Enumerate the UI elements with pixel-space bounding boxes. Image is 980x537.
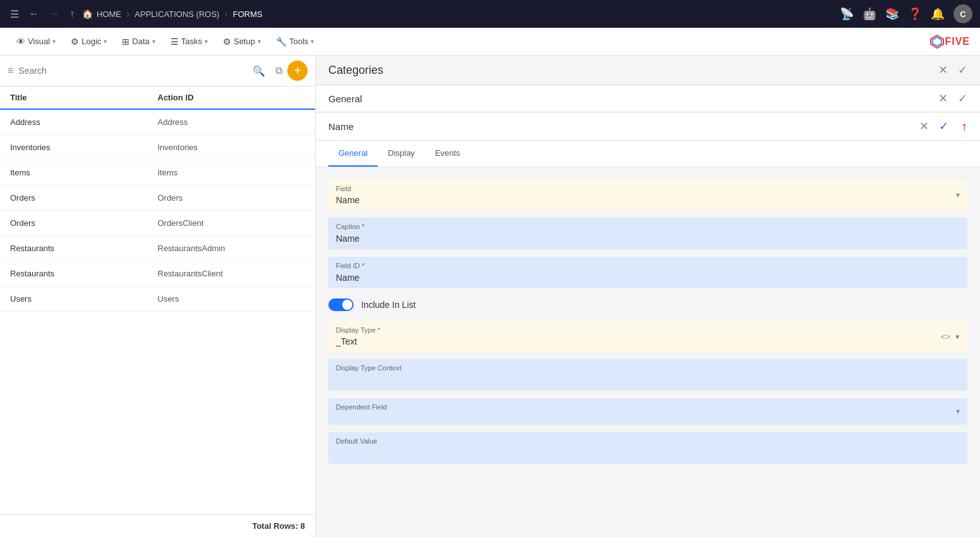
back-icon[interactable]: ←: [27, 6, 42, 22]
list-item[interactable]: Restaurants RestaurantsClient: [0, 261, 315, 286]
nav-logic-label: Logic: [81, 37, 101, 46]
categories-actions: ✕ ✓: [938, 63, 967, 77]
confirm-icon[interactable]: ✓: [958, 63, 967, 77]
row-action-id: RestaurantsClient: [158, 269, 306, 278]
row-action-id: Inventories: [158, 143, 306, 152]
tasks-icon: ☰: [170, 37, 179, 47]
general-title: General: [328, 93, 938, 104]
include-in-list-label: Include In List: [361, 300, 415, 310]
search-icon[interactable]: 🔍: [253, 65, 265, 77]
row-title: Orders: [10, 193, 158, 203]
main-layout: ≡ 🔍 ⧉ + Title Action ID Address Address …: [0, 56, 980, 537]
form-content: Field Name ▾ Caption * Field ID * Includ…: [316, 167, 980, 537]
close-icon[interactable]: ✕: [938, 63, 948, 77]
nav-visual[interactable]: 👁 Visual ▾: [10, 33, 62, 50]
categories-title: Categories: [328, 64, 938, 77]
confirm-icon[interactable]: ✓: [939, 119, 948, 134]
list-item[interactable]: Restaurants RestaurantsAdmin: [0, 236, 315, 261]
tab-display[interactable]: Display: [378, 141, 425, 167]
display-type-actions: <> ▾: [941, 332, 960, 341]
caption-field-label: Caption *: [336, 223, 960, 230]
include-in-list-toggle[interactable]: [328, 298, 354, 311]
general-actions: ✕ ✓: [938, 91, 967, 105]
close-icon[interactable]: ✕: [919, 119, 929, 134]
left-sidebar: ≡ 🔍 ⧉ + Title Action ID Address Address …: [0, 56, 316, 537]
sidebar-column-headers: Title Action ID: [0, 86, 315, 110]
display-type-context-input[interactable]: [336, 375, 960, 385]
row-action-id: RestaurantsAdmin: [158, 244, 306, 253]
row-title: Inventories: [10, 143, 158, 152]
nav-data[interactable]: ⊞ Data ▾: [116, 33, 161, 50]
categories-panel-header: Categories ✕ ✓: [316, 56, 980, 85]
dropdown-icon[interactable]: ▾: [956, 407, 960, 416]
close-icon[interactable]: ✕: [938, 91, 948, 105]
add-button[interactable]: +: [287, 61, 308, 81]
tab-events[interactable]: Events: [425, 141, 470, 167]
code-icon[interactable]: <>: [941, 332, 950, 341]
copy-icon[interactable]: ⧉: [275, 65, 282, 76]
nav-setup-label: Setup: [234, 37, 255, 46]
second-nav-bar: 👁 Visual ▾ ⚙ Logic ▾ ⊞ Data ▾ ☰ Tasks ▾ …: [0, 28, 980, 56]
breadcrumb-applications[interactable]: APPLICATIONS (ROS): [134, 9, 219, 19]
fieldid-input[interactable]: [336, 273, 960, 283]
dependent-field-label: Dependent Field: [336, 403, 960, 411]
menu-icon[interactable]: ☰: [8, 6, 21, 23]
hamburger-icon[interactable]: ≡: [8, 65, 13, 76]
nav-tools-label: Tools: [289, 37, 308, 46]
chevron-down-icon: ▾: [104, 38, 107, 45]
nav-visual-label: Visual: [28, 37, 50, 46]
default-value-input[interactable]: [336, 448, 960, 458]
library-icon[interactable]: 📚: [885, 7, 899, 21]
list-item[interactable]: Inventories Inventories: [0, 135, 315, 160]
five-text: FIVE: [945, 36, 970, 47]
search-input[interactable]: [18, 66, 248, 76]
tab-general[interactable]: General: [328, 141, 378, 167]
display-type-label: Display Type *: [336, 326, 960, 334]
chevron-down-icon: ▾: [152, 38, 155, 45]
field-field-wrapper: Field Name ▾: [328, 180, 967, 210]
nav-tools[interactable]: 🔧 Tools ▾: [270, 33, 320, 50]
nav-tasks[interactable]: ☰ Tasks ▾: [164, 33, 214, 50]
field-field-label: Field: [336, 185, 960, 192]
five-logo-icon: [929, 34, 945, 49]
list-item[interactable]: Items Items: [0, 160, 315, 186]
total-rows-label: Total Rows: 8: [252, 521, 305, 531]
nav-data-label: Data: [132, 37, 149, 46]
bot-icon[interactable]: 🤖: [863, 7, 876, 21]
sidebar-list: Address Address Inventories Inventories …: [0, 110, 315, 514]
notifications-icon[interactable]: 🔔: [931, 7, 945, 21]
toggle-knob: [342, 300, 352, 310]
data-icon: ⊞: [122, 37, 129, 47]
tabs-bar: General Display Events: [316, 141, 980, 167]
avatar[interactable]: C: [953, 4, 972, 23]
list-item[interactable]: Users Users: [0, 286, 315, 312]
dropdown-icon[interactable]: ▾: [955, 332, 960, 341]
row-action-id: Items: [158, 168, 306, 177]
help-icon[interactable]: ❓: [908, 7, 922, 21]
include-in-list-row: Include In List: [328, 296, 967, 314]
nav-logic[interactable]: ⚙ Logic ▾: [64, 33, 113, 50]
setup-icon: ⚙: [223, 37, 231, 47]
field-field-value: Name: [336, 195, 960, 205]
list-item[interactable]: Address Address: [0, 110, 315, 135]
nav-setup[interactable]: ⚙ Setup ▾: [217, 33, 267, 50]
forward-icon[interactable]: →: [47, 6, 62, 22]
up-icon[interactable]: ↑: [67, 6, 77, 22]
list-item[interactable]: Orders OrdersClient: [0, 211, 315, 236]
display-type-context-wrapper: Display Type Context: [328, 359, 967, 391]
name-title: Name: [328, 121, 919, 132]
fieldid-field-label: Field ID *: [336, 262, 960, 269]
display-type-value: _Text: [336, 336, 960, 346]
default-value-wrapper: Default Value: [328, 432, 967, 464]
caption-input[interactable]: [336, 233, 960, 244]
confirm-icon[interactable]: ✓: [958, 91, 967, 105]
dropdown-icon[interactable]: ▾: [956, 191, 960, 199]
collab-icon[interactable]: 📡: [840, 7, 854, 21]
breadcrumb-forms[interactable]: FORMS: [233, 9, 263, 19]
sidebar-footer: Total Rows: 8: [0, 514, 315, 537]
caption-field-wrapper: Caption *: [328, 218, 967, 249]
red-arrow-indicator: ↑: [961, 119, 967, 134]
top-nav-bar: ☰ ← → ↑ 🏠 HOME › APPLICATIONS (ROS) › FO…: [0, 0, 980, 28]
breadcrumb-home[interactable]: HOME: [97, 9, 121, 19]
list-item[interactable]: Orders Orders: [0, 186, 315, 211]
